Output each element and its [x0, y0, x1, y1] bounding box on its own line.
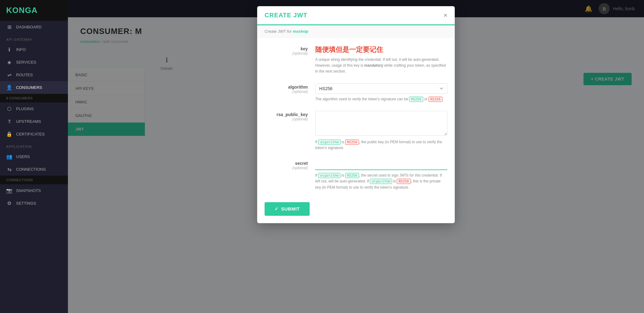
modal-header: CREATE JWT ×	[257, 6, 455, 25]
rsa-optional: (optional)	[265, 117, 308, 121]
sidebar-item-label: ROUTES	[16, 73, 33, 77]
sidebar-item-label: SETTINGS	[16, 201, 36, 206]
key-highlight-chinese: 随便填但是一定要记住	[315, 45, 447, 54]
modal-subtitle: Create JWT for mxshop	[257, 25, 455, 38]
sidebar-item-settings[interactable]: ⚙ SETTINGS	[0, 197, 68, 210]
consumers-icon: 👤	[6, 85, 12, 90]
secret-field-col: If algorithm is HS256, the secret used t…	[315, 160, 447, 190]
dashboard-icon: ⊞	[6, 24, 12, 30]
connections-icon: ⇆	[6, 166, 12, 172]
snapshots-icon: 📷	[6, 188, 12, 194]
upstreams-icon: ⇑	[6, 119, 12, 124]
rsa-label: rsa_public_key	[265, 112, 308, 117]
algorithm-select[interactable]: HS256 RS256	[315, 83, 447, 94]
rsa-help-text: If algorithm is RS256, the public key (i…	[315, 139, 447, 151]
sidebar-item-dashboard[interactable]: ⊞ DASHBOARD	[0, 21, 68, 33]
logo-icon: K	[6, 6, 12, 15]
key-optional: (optional)	[265, 51, 308, 56]
submit-button[interactable]: ✓ SUBMIT	[265, 202, 310, 216]
sidebar-item-label: DASHBOARD	[16, 25, 41, 29]
sidebar-item-info[interactable]: ℹ INFO	[0, 43, 68, 56]
algorithm-label-col: algorithm (optional)	[265, 83, 308, 102]
info-icon: ℹ	[6, 47, 12, 52]
create-jwt-modal: CREATE JWT × Create JWT for mxshop key (…	[257, 6, 455, 223]
sidebar-item-label: SERVICES	[16, 60, 36, 65]
sidebar-item-label: PLUGINS	[16, 106, 34, 111]
sidebar-item-plugins[interactable]: ⬡ PLUGINS	[0, 102, 68, 115]
sidebar-item-services[interactable]: ◈ SERVICES	[0, 56, 68, 69]
algorithm-field-col: HS256 RS256 The algorithm used to verify…	[315, 83, 447, 102]
algorithm-form-row: algorithm (optional) HS256 RS256 The alg…	[265, 83, 447, 102]
application-section-header: APPLICATION	[0, 140, 68, 150]
sidebar-item-label: USERS	[16, 154, 30, 159]
modal-subtitle-highlight: mxshop	[293, 29, 308, 34]
modal-title: CREATE JWT	[265, 12, 307, 19]
sidebar-nav: ⊞ DASHBOARD API GATEWAY ℹ INFO ◈ SERVICE…	[0, 21, 68, 313]
key-help-text: A unique string identifying the credenti…	[315, 57, 447, 75]
submit-checkmark-icon: ✓	[274, 206, 279, 212]
modal-subtitle-text: Create JWT for	[265, 29, 292, 34]
sidebar-item-label: UPSTREAMS	[16, 119, 41, 124]
secret-input[interactable]	[315, 160, 447, 170]
modal-overlay: CREATE JWT × Create JWT for mxshop key (…	[68, 0, 644, 313]
key-form-row: key (optional) 随便填但是一定要记住 A unique strin…	[265, 45, 447, 75]
consumers-badge: 8 CONSUMERS	[0, 94, 68, 102]
secret-label-col: secret (optional)	[265, 160, 308, 190]
routes-icon: ⇌	[6, 72, 12, 78]
sidebar-item-users[interactable]: 👥 USERS	[0, 150, 68, 163]
users-icon: 👥	[6, 154, 12, 160]
modal-body: key (optional) 随便填但是一定要记住 A unique strin…	[257, 38, 455, 223]
services-icon: ◈	[6, 59, 12, 65]
sidebar-item-consumers[interactable]: 👤 CONSUMERS	[0, 81, 68, 94]
sidebar-item-label: INFO	[16, 47, 26, 52]
modal-close-button[interactable]: ×	[443, 12, 447, 19]
secret-form-row: secret (optional) If algorithm is HS256,…	[265, 160, 447, 190]
sidebar-item-upstreams[interactable]: ⇑ UPSTREAMS	[0, 115, 68, 128]
sidebar: KONGA ⊞ DASHBOARD API GATEWAY ℹ INFO ◈ S…	[0, 0, 68, 313]
rsa-public-key-textarea[interactable]	[315, 111, 447, 136]
api-gateway-section-header: API GATEWAY	[0, 33, 68, 43]
settings-icon: ⚙	[6, 200, 12, 206]
secret-label: secret	[265, 161, 308, 166]
sidebar-item-label: SNAPSHOTS	[16, 188, 41, 193]
algorithm-label: algorithm	[265, 85, 308, 90]
algorithm-help-text: The algorithm used to verify the token's…	[315, 96, 447, 102]
certificates-icon: 🔒	[6, 131, 12, 137]
sidebar-item-label: CONSUMERS	[16, 85, 42, 90]
algorithm-optional: (optional)	[265, 90, 308, 94]
secret-optional: (optional)	[265, 166, 308, 170]
sidebar-item-snapshots[interactable]: 📷 SNAPSHOTS	[0, 184, 68, 197]
submit-label: SUBMIT	[281, 206, 300, 211]
rsa-public-key-form-row: rsa_public_key (optional) If algorithm i…	[265, 111, 447, 151]
sidebar-item-certificates[interactable]: 🔒 CERTIFICATES	[0, 128, 68, 140]
main-content: 🔔 B Hello, bonb CONSUMER: M consumers / …	[68, 0, 644, 313]
sidebar-item-routes[interactable]: ⇌ ROUTES	[0, 69, 68, 81]
key-label: key	[265, 46, 308, 51]
secret-help-text: If algorithm is HS256, the secret used t…	[315, 173, 447, 190]
key-label-col: key (optional)	[265, 45, 308, 75]
rsa-field-col: If algorithm is RS256, the public key (i…	[315, 111, 447, 151]
app-logo: KONGA	[0, 0, 68, 21]
rsa-label-col: rsa_public_key (optional)	[265, 111, 308, 151]
sidebar-item-connections[interactable]: ⇆ CONNECTIONS	[0, 163, 68, 176]
plugins-icon: ⬡	[6, 106, 12, 112]
sidebar-item-label: CONNECTIONS	[16, 167, 46, 172]
connections-badge: CONNECTIONS	[0, 176, 68, 184]
sidebar-item-label: CERTIFICATES	[16, 132, 45, 136]
key-field-col: 随便填但是一定要记住 A unique string identifying t…	[315, 45, 447, 75]
